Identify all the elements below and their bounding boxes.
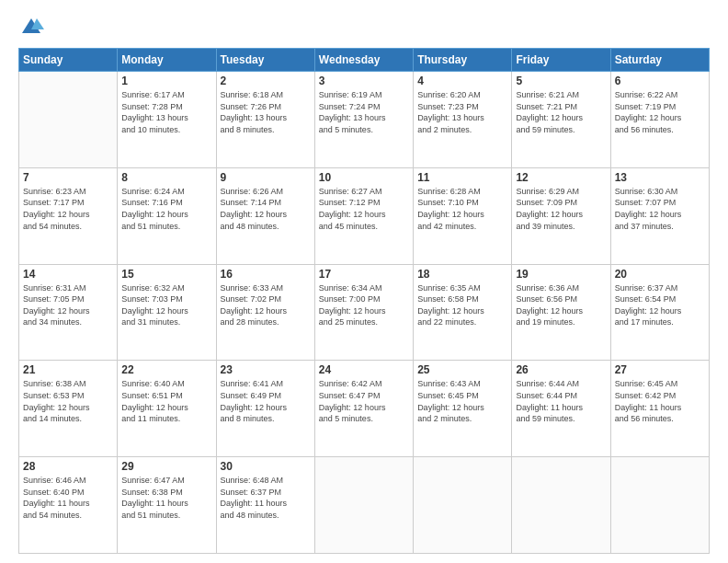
- logo: [18, 15, 48, 40]
- calendar-week-5: 28Sunrise: 6:46 AM Sunset: 6:40 PM Dayli…: [19, 457, 710, 554]
- calendar-cell: [19, 72, 118, 168]
- calendar-table: SundayMondayTuesdayWednesdayThursdayFrid…: [18, 48, 710, 554]
- calendar-week-4: 21Sunrise: 6:38 AM Sunset: 6:53 PM Dayli…: [19, 361, 710, 457]
- day-info: Sunrise: 6:33 AM Sunset: 7:02 PM Dayligh…: [221, 282, 311, 328]
- header: [18, 15, 710, 40]
- calendar-cell: 23Sunrise: 6:41 AM Sunset: 6:49 PM Dayli…: [216, 361, 314, 457]
- day-info: Sunrise: 6:17 AM Sunset: 7:28 PM Dayligh…: [121, 89, 211, 135]
- day-number: 28: [23, 460, 113, 473]
- day-number: 14: [23, 268, 113, 281]
- day-info: Sunrise: 6:20 AM Sunset: 7:23 PM Dayligh…: [417, 89, 507, 135]
- calendar-cell: 19Sunrise: 6:36 AM Sunset: 6:56 PM Dayli…: [512, 264, 610, 361]
- calendar-cell: 13Sunrise: 6:30 AM Sunset: 7:07 PM Dayli…: [610, 167, 709, 264]
- day-info: Sunrise: 6:30 AM Sunset: 7:07 PM Dayligh…: [615, 186, 705, 232]
- day-info: Sunrise: 6:32 AM Sunset: 7:03 PM Dayligh…: [121, 282, 211, 328]
- calendar-cell: 14Sunrise: 6:31 AM Sunset: 7:05 PM Dayli…: [19, 264, 118, 361]
- day-info: Sunrise: 6:22 AM Sunset: 7:19 PM Dayligh…: [615, 89, 705, 135]
- day-info: Sunrise: 6:37 AM Sunset: 6:54 PM Dayligh…: [615, 282, 705, 328]
- calendar-cell: 24Sunrise: 6:42 AM Sunset: 6:47 PM Dayli…: [314, 361, 413, 457]
- day-info: Sunrise: 6:35 AM Sunset: 6:58 PM Dayligh…: [417, 282, 507, 328]
- day-number: 6: [615, 75, 705, 87]
- calendar-cell: 1Sunrise: 6:17 AM Sunset: 7:28 PM Daylig…: [118, 72, 216, 168]
- day-number: 3: [319, 75, 409, 87]
- day-number: 7: [23, 171, 113, 184]
- day-number: 16: [221, 268, 311, 281]
- logo-icon: [18, 15, 44, 40]
- day-info: Sunrise: 6:45 AM Sunset: 6:42 PM Dayligh…: [615, 378, 705, 424]
- day-info: Sunrise: 6:31 AM Sunset: 7:05 PM Dayligh…: [23, 282, 113, 328]
- calendar-cell: 8Sunrise: 6:24 AM Sunset: 7:16 PM Daylig…: [118, 167, 216, 264]
- day-info: Sunrise: 6:34 AM Sunset: 7:00 PM Dayligh…: [319, 282, 409, 328]
- calendar-week-2: 7Sunrise: 6:23 AM Sunset: 7:17 PM Daylig…: [19, 167, 710, 264]
- day-number: 19: [516, 268, 606, 281]
- calendar-week-1: 1Sunrise: 6:17 AM Sunset: 7:28 PM Daylig…: [19, 72, 710, 168]
- calendar-cell: 17Sunrise: 6:34 AM Sunset: 7:00 PM Dayli…: [314, 264, 413, 361]
- day-info: Sunrise: 6:46 AM Sunset: 6:40 PM Dayligh…: [23, 475, 113, 521]
- day-number: 30: [221, 460, 311, 473]
- calendar-cell: 27Sunrise: 6:45 AM Sunset: 6:42 PM Dayli…: [610, 361, 709, 457]
- day-number: 25: [417, 363, 507, 376]
- calendar-header-thursday: Thursday: [414, 49, 512, 72]
- day-info: Sunrise: 6:41 AM Sunset: 6:49 PM Dayligh…: [221, 378, 311, 424]
- day-info: Sunrise: 6:19 AM Sunset: 7:24 PM Dayligh…: [319, 89, 409, 135]
- day-number: 8: [121, 171, 211, 184]
- day-info: Sunrise: 6:27 AM Sunset: 7:12 PM Dayligh…: [319, 186, 409, 232]
- calendar-cell: [414, 457, 512, 554]
- calendar-cell: 20Sunrise: 6:37 AM Sunset: 6:54 PM Dayli…: [610, 264, 709, 361]
- day-number: 10: [319, 171, 409, 184]
- day-info: Sunrise: 6:23 AM Sunset: 7:17 PM Dayligh…: [23, 186, 113, 232]
- calendar-cell: 26Sunrise: 6:44 AM Sunset: 6:44 PM Dayli…: [512, 361, 610, 457]
- day-number: 15: [121, 268, 211, 281]
- calendar-cell: 2Sunrise: 6:18 AM Sunset: 7:26 PM Daylig…: [216, 72, 314, 168]
- calendar-cell: 28Sunrise: 6:46 AM Sunset: 6:40 PM Dayli…: [19, 457, 118, 554]
- day-number: 18: [417, 268, 507, 281]
- day-number: 9: [221, 171, 311, 184]
- day-number: 23: [221, 363, 311, 376]
- calendar-cell: 9Sunrise: 6:26 AM Sunset: 7:14 PM Daylig…: [216, 167, 314, 264]
- calendar-cell: 12Sunrise: 6:29 AM Sunset: 7:09 PM Dayli…: [512, 167, 610, 264]
- calendar-header-tuesday: Tuesday: [216, 49, 314, 72]
- calendar-header-row: SundayMondayTuesdayWednesdayThursdayFrid…: [19, 49, 710, 72]
- day-number: 1: [121, 75, 211, 87]
- day-info: Sunrise: 6:42 AM Sunset: 6:47 PM Dayligh…: [319, 378, 409, 424]
- calendar-week-3: 14Sunrise: 6:31 AM Sunset: 7:05 PM Dayli…: [19, 264, 710, 361]
- day-number: 22: [121, 363, 211, 376]
- calendar-cell: 18Sunrise: 6:35 AM Sunset: 6:58 PM Dayli…: [414, 264, 512, 361]
- calendar-cell: 4Sunrise: 6:20 AM Sunset: 7:23 PM Daylig…: [414, 72, 512, 168]
- day-info: Sunrise: 6:47 AM Sunset: 6:38 PM Dayligh…: [121, 475, 211, 521]
- calendar-header-friday: Friday: [512, 49, 610, 72]
- calendar-header-wednesday: Wednesday: [314, 49, 413, 72]
- calendar-cell: [610, 457, 709, 554]
- day-info: Sunrise: 6:26 AM Sunset: 7:14 PM Dayligh…: [221, 186, 311, 232]
- page: SundayMondayTuesdayWednesdayThursdayFrid…: [0, 0, 728, 563]
- day-info: Sunrise: 6:48 AM Sunset: 6:37 PM Dayligh…: [221, 475, 311, 521]
- day-number: 2: [221, 75, 311, 87]
- calendar-cell: 7Sunrise: 6:23 AM Sunset: 7:17 PM Daylig…: [19, 167, 118, 264]
- calendar-cell: 30Sunrise: 6:48 AM Sunset: 6:37 PM Dayli…: [216, 457, 314, 554]
- day-number: 13: [615, 171, 705, 184]
- day-info: Sunrise: 6:43 AM Sunset: 6:45 PM Dayligh…: [417, 378, 507, 424]
- day-info: Sunrise: 6:44 AM Sunset: 6:44 PM Dayligh…: [516, 378, 606, 424]
- calendar-cell: 22Sunrise: 6:40 AM Sunset: 6:51 PM Dayli…: [118, 361, 216, 457]
- day-info: Sunrise: 6:18 AM Sunset: 7:26 PM Dayligh…: [221, 89, 311, 135]
- calendar-cell: 15Sunrise: 6:32 AM Sunset: 7:03 PM Dayli…: [118, 264, 216, 361]
- calendar-cell: 10Sunrise: 6:27 AM Sunset: 7:12 PM Dayli…: [314, 167, 413, 264]
- day-info: Sunrise: 6:21 AM Sunset: 7:21 PM Dayligh…: [516, 89, 606, 135]
- day-number: 20: [615, 268, 705, 281]
- calendar-cell: [512, 457, 610, 554]
- calendar-cell: 16Sunrise: 6:33 AM Sunset: 7:02 PM Dayli…: [216, 264, 314, 361]
- day-number: 5: [516, 75, 606, 87]
- day-info: Sunrise: 6:36 AM Sunset: 6:56 PM Dayligh…: [516, 282, 606, 328]
- calendar-cell: 21Sunrise: 6:38 AM Sunset: 6:53 PM Dayli…: [19, 361, 118, 457]
- day-info: Sunrise: 6:40 AM Sunset: 6:51 PM Dayligh…: [121, 378, 211, 424]
- day-number: 26: [516, 363, 606, 376]
- day-number: 24: [319, 363, 409, 376]
- day-number: 27: [615, 363, 705, 376]
- day-info: Sunrise: 6:28 AM Sunset: 7:10 PM Dayligh…: [417, 186, 507, 232]
- calendar-cell: [314, 457, 413, 554]
- calendar-header-saturday: Saturday: [610, 49, 709, 72]
- calendar-cell: 11Sunrise: 6:28 AM Sunset: 7:10 PM Dayli…: [414, 167, 512, 264]
- day-number: 21: [23, 363, 113, 376]
- day-number: 4: [417, 75, 507, 87]
- calendar-header-sunday: Sunday: [19, 49, 118, 72]
